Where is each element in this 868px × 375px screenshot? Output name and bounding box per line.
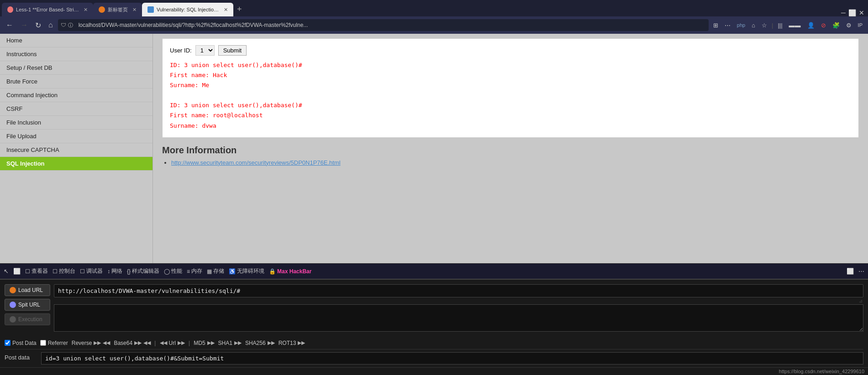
info-link[interactable]: http://www.securityteam.com/securityrevi… [171, 159, 341, 166]
devtool-inspector[interactable]: ☐ 查看器 [25, 267, 48, 275]
minimize-button[interactable]: ─ [841, 9, 846, 16]
exec-icon [10, 316, 16, 323]
settings-icon[interactable]: ⚙ [844, 21, 853, 30]
account-icon[interactable]: 👤 [805, 21, 816, 30]
star-icon[interactable]: ☆ [760, 21, 769, 30]
devtool-console[interactable]: ☐ 控制台 [53, 267, 75, 275]
sha1-arrow: ▶▶ [234, 340, 242, 346]
new-tab-button[interactable]: + [233, 5, 246, 14]
sidebar: Home Instructions Setup / Reset DB Brute… [0, 34, 153, 263]
responsive-icon[interactable]: ⬜ [13, 268, 21, 275]
spit-url-button[interactable]: Spit URL [5, 299, 50, 311]
tab3-favicon [147, 6, 154, 13]
forward-button[interactable]: → [18, 20, 30, 30]
devtool-performance[interactable]: ◯ 性能 [164, 267, 182, 275]
sidebar-item-setup[interactable]: Setup / Reset DB [0, 61, 153, 75]
console-icon: ☐ [53, 268, 58, 275]
inspector-icon[interactable]: ↖ [4, 268, 9, 275]
status-bar: https://blog.csdn.net/weixin_42299610 [0, 367, 868, 375]
referrer-checkbox-label[interactable]: Referrer [40, 340, 68, 346]
tab-3[interactable]: Vulnerability: SQL Injection : ✕ [142, 3, 233, 16]
user-id-label: User ID: [170, 47, 192, 54]
load-url-button[interactable]: Load URL [5, 284, 50, 296]
url-tool[interactable]: ◀◀ Url ▶▶ [160, 340, 185, 346]
address-bar[interactable] [75, 19, 706, 31]
separator1: | [154, 339, 156, 346]
bookmark-icon[interactable]: ⊞ [711, 21, 720, 30]
sha256-tool[interactable]: SHA256 ▶▶ [245, 340, 275, 346]
load-url-icon [10, 287, 16, 293]
md5-tool[interactable]: MD5 ▶▶ [194, 340, 214, 346]
back-button[interactable]: ← [4, 20, 16, 30]
submit-button[interactable]: Submit [218, 45, 247, 56]
devtool-network[interactable]: ↕ 网络 [107, 267, 122, 275]
tab2-close[interactable]: ✕ [132, 7, 137, 13]
base64-arrow-left: ◀◀ [143, 340, 151, 346]
close-button[interactable]: ✕ [859, 9, 864, 16]
nav-bar: ← → ↻ ⌂ 🛡 ⓘ ⊞ ⋯ php ⌂ ☆ | ||| ▬▬ 👤 ⊘ 🧩 ⚙… [0, 16, 868, 34]
post-data-checkbox[interactable] [5, 340, 11, 346]
reverse-arrow-left: ◀◀ [103, 340, 110, 346]
blocked-icon[interactable]: ⊘ [819, 21, 828, 30]
post-data-checkbox-label[interactable]: Post Data [5, 340, 37, 346]
tab-1[interactable]: Less-1 **Error Based- String** ✕ [2, 3, 93, 16]
nav-icons: ⊞ ⋯ php ⌂ ☆ | ||| ▬▬ 👤 ⊘ 🧩 ⚙ IP [711, 21, 864, 30]
sidebar-item-command-injection[interactable]: Command Injection [0, 89, 153, 102]
memory-icon: ≡ [187, 268, 190, 275]
menu-icon[interactable]: ⋯ [723, 21, 732, 30]
postdata-input[interactable] [41, 352, 863, 365]
tab-bar: Less-1 **Error Based- String** ✕ 新标签页 ✕ … [0, 0, 868, 16]
base64-tool[interactable]: Base64 ▶▶ ◀◀ [114, 340, 151, 346]
user-id-select[interactable]: 1 [195, 45, 215, 56]
devtool-style-editor[interactable]: {} 样式编辑器 [127, 267, 159, 275]
referrer-checkbox[interactable] [40, 340, 46, 346]
tab1-close[interactable]: ✕ [84, 7, 88, 13]
devtools-more-icon[interactable]: ⋯ [858, 268, 864, 275]
tab-2[interactable]: 新标签页 ✕ [93, 3, 142, 16]
devtool-hackbar[interactable]: 🔒 Max HackBar [269, 268, 311, 275]
devtool-storage[interactable]: ▦ 存储 [207, 267, 224, 275]
sidebar-item-bruteforce[interactable]: Brute Force [0, 75, 153, 89]
devtool-memory[interactable]: ≡ 内存 [187, 267, 202, 275]
info-icon: ⓘ [68, 22, 73, 29]
status-url: https://blog.csdn.net/weixin_42299610 [779, 369, 864, 374]
perf-icon: ◯ [164, 268, 170, 275]
lock-icon: 🔒 [269, 268, 276, 275]
hackbar-url-input[interactable] [54, 284, 863, 297]
reverse-tool[interactable]: Reverse ▶▶ ◀◀ [72, 340, 110, 346]
sha1-tool[interactable]: SHA1 ▶▶ [218, 340, 242, 346]
result2-id: ID: 3 union select user(),database()# [170, 100, 851, 110]
home2-icon[interactable]: ⌂ [750, 21, 757, 30]
inspector-box-icon: ☐ [25, 268, 30, 275]
sidebar-item-file-inclusion[interactable]: File Inclusion [0, 116, 153, 130]
sidebar-item-home[interactable]: Home [0, 34, 153, 47]
tab3-label: Vulnerability: SQL Injection : [157, 7, 219, 12]
result-output: ID: 3 union select user(),database()# Fi… [170, 60, 851, 131]
sidebar-item-csrf[interactable]: CSRF [0, 102, 153, 116]
tab3-close[interactable]: ✕ [224, 7, 228, 13]
php-icon[interactable]: php [735, 21, 747, 29]
hackbar-extra-textarea[interactable] [54, 304, 863, 332]
debugger-icon: ☐ [80, 268, 85, 275]
devtool-debugger[interactable]: ☐ 调试器 [80, 267, 103, 275]
maximize-button[interactable]: ⬜ [848, 9, 856, 16]
result1-first: First name: Hack [170, 70, 851, 80]
sidebar-item-insecure-captcha[interactable]: Insecure CAPTCHA [0, 143, 153, 157]
style-icon: {} [127, 268, 131, 275]
rot13-arrow: ▶▶ [298, 340, 305, 346]
result1-surname: Surname: Me [170, 80, 851, 90]
sidebar-item-instructions[interactable]: Instructions [0, 47, 153, 61]
devtools-popout-icon[interactable]: ⬜ [847, 268, 854, 275]
sidebar-item-file-upload[interactable]: File Upload [0, 130, 153, 143]
hackbar-row1: Load URL Spit URL Execution ⊿ [5, 284, 863, 333]
reader-icon[interactable]: ▬▬ [787, 21, 803, 30]
bookmarks-icon[interactable]: ||| [776, 21, 784, 30]
sidebar-item-sql-injection[interactable]: SQL Injection [0, 157, 153, 171]
puzzle-icon[interactable]: 🧩 [831, 21, 842, 30]
refresh-button[interactable]: ↻ [33, 20, 43, 31]
devtool-accessibility[interactable]: ♿ 无障碍环境 [229, 267, 264, 275]
home-button[interactable]: ⌂ [46, 20, 55, 30]
execution-button[interactable]: Execution [5, 313, 50, 325]
rot13-tool[interactable]: ROT13 ▶▶ [279, 340, 305, 346]
url-arrow-left: ◀◀ [160, 340, 167, 346]
